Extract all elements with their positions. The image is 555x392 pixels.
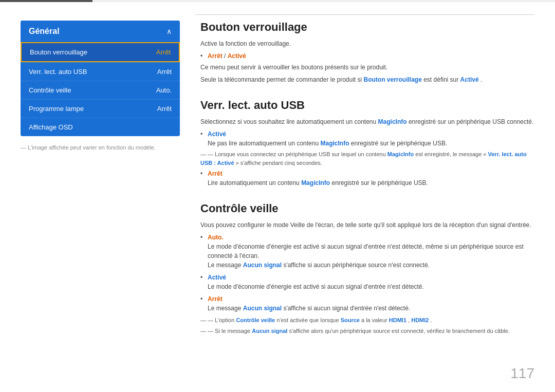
top-bar-accent: [0, 0, 92, 2]
sidebar-item-verr-lect-auto-usb[interactable]: Verr. lect. auto USB Arrêt: [21, 62, 180, 81]
verr-arret-label: Arrêt: [208, 170, 223, 177]
sidebar-item-bouton-verrouillage[interactable]: Bouton verrouillage Arrêt: [21, 42, 180, 62]
controle-note2: — Si le message Aucun signal s'affiche a…: [200, 327, 534, 335]
sidebar-item-value: Arrêt: [157, 68, 172, 76]
top-line: [195, 14, 534, 15]
chevron-up-icon: ∧: [166, 27, 172, 35]
sidebar-item-value: Arrêt: [156, 48, 171, 56]
verr-bullet-list-2: Arrêt Lire automatiquement un contenu Ma…: [200, 169, 534, 188]
section-bouton-verrouillage: Bouton verrouillage Active la fonction d…: [200, 21, 534, 84]
controle-bullet-arret: Arrêt Le message Aucun signal s'affiche …: [200, 294, 534, 313]
sidebar-item-value: Arrêt: [157, 105, 172, 113]
bouton-desc2: Ce menu peut servir à verrouiller les bo…: [200, 63, 534, 72]
sidebar-item-label: Contrôle veille: [29, 86, 71, 94]
sidebar-item-affichage-osd[interactable]: Affichage OSD: [21, 118, 180, 136]
sidebar-item-label: Programme lampe: [29, 105, 84, 113]
controle-arret-label: Arrêt: [208, 295, 223, 303]
bouton-desc1: Active la fonction de verrouillage.: [200, 39, 534, 48]
controle-note1: — L'option Contrôle veille n'est activée…: [200, 316, 534, 325]
sidebar-note: — L'image affichée peut varier en foncti…: [21, 144, 180, 151]
bouton-arret: Arrêt: [208, 52, 223, 60]
top-bar: [0, 0, 555, 2]
sidebar-item-controle-veille[interactable]: Contrôle veille Auto.: [21, 81, 180, 99]
section-controle-veille: Contrôle veille Vous pouvez configurer l…: [200, 202, 534, 335]
main-content: Bouton verrouillage Active la fonction d…: [200, 21, 534, 371]
sidebar-item-value: Auto.: [156, 86, 172, 94]
section-title-verr: Verr. lect. auto USB: [200, 99, 534, 112]
page-number: 117: [510, 365, 534, 382]
verr-bullet-arret: Arrêt Lire automatiquement un contenu Ma…: [200, 169, 534, 188]
controle-desc1: Vous pouvez configurer le mode Veille de…: [200, 220, 534, 230]
controle-auto-label: Auto.: [208, 234, 224, 241]
verr-active-label: Activé: [208, 130, 226, 138]
bouton-desc3: Seule la télécommande permet de commande…: [200, 75, 534, 84]
verr-bullet-list-1: Activé Ne pas lire automatiquement un co…: [200, 129, 534, 148]
section-verr-lect-auto-usb: Verr. lect. auto USB Sélectionnez si vou…: [200, 99, 534, 188]
verr-desc1: Sélectionnez si vous souhaitez lire auto…: [200, 117, 534, 126]
sidebar-item-programme-lampe[interactable]: Programme lampe Arrêt: [21, 99, 180, 118]
sidebar-header: Général ∧: [21, 21, 180, 42]
verr-bullet-active: Activé Ne pas lire automatiquement un co…: [200, 129, 534, 148]
section-title-controle: Contrôle veille: [200, 202, 534, 215]
controle-bullet-active: Activé Le mode d'économie d'énergie est …: [200, 273, 534, 291]
sidebar: Général ∧ Bouton verrouillage Arrêt Verr…: [21, 21, 180, 151]
bouton-active: Activé: [228, 52, 246, 60]
sidebar-item-label: Bouton verrouillage: [30, 48, 87, 56]
bouton-separator: /: [224, 52, 228, 60]
controle-bullet-auto: Auto. Le mode d'économie d'énergie est a…: [200, 233, 534, 270]
bouton-bullet-arret-active: Arrêt / Activé: [200, 51, 534, 61]
sidebar-header-title: Général: [29, 27, 60, 36]
verr-note1: — Lorsque vous connectez un périphérique…: [200, 150, 534, 167]
sidebar-item-label: Verr. lect. auto USB: [29, 68, 87, 76]
sidebar-item-label: Affichage OSD: [29, 123, 73, 131]
section-title-bouton-verrouillage: Bouton verrouillage: [200, 21, 534, 34]
controle-active-label: Activé: [208, 274, 226, 281]
controle-bullet-list: Auto. Le mode d'économie d'énergie est a…: [200, 233, 534, 313]
sidebar-menu: Général ∧ Bouton verrouillage Arrêt Verr…: [21, 21, 180, 136]
bouton-bullet-list: Arrêt / Activé: [200, 51, 534, 61]
